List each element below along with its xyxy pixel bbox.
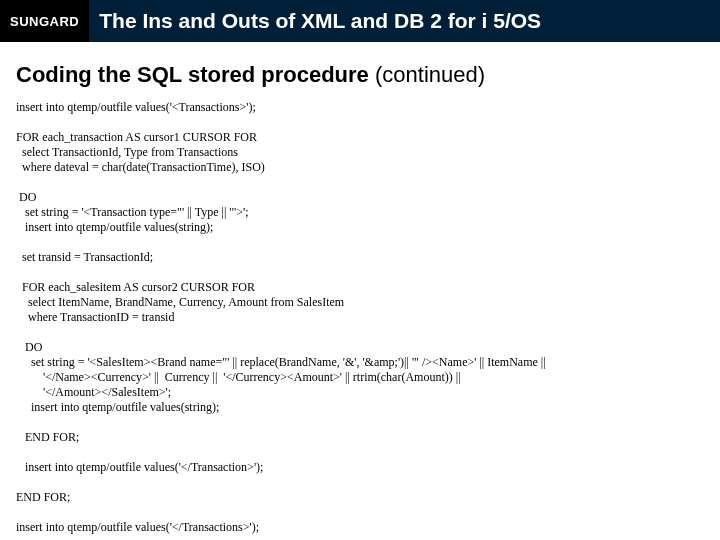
- slide-header: SUNGARD The Ins and Outs of XML and DB 2…: [0, 0, 720, 42]
- heading-main: Coding the SQL stored procedure: [16, 62, 369, 87]
- section-heading: Coding the SQL stored procedure (continu…: [16, 62, 704, 88]
- code-block: insert into qtemp/outfile values('<Trans…: [16, 100, 704, 535]
- heading-continued: (continued): [369, 62, 485, 87]
- brand-logo: SUNGARD: [0, 0, 89, 42]
- slide-title: The Ins and Outs of XML and DB 2 for i 5…: [89, 0, 720, 42]
- slide-content: Coding the SQL stored procedure (continu…: [0, 42, 720, 535]
